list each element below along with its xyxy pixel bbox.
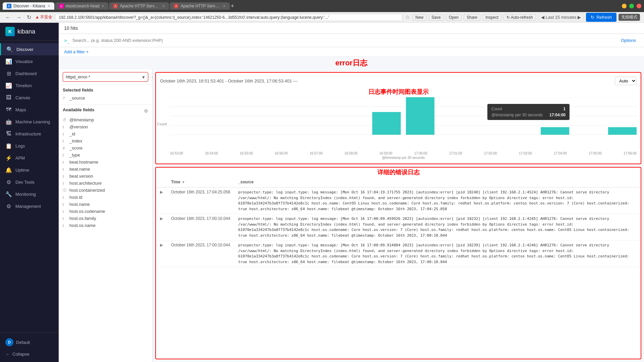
tab-1[interactable]: K Discover - Kibana ✕ <box>3 2 54 10</box>
sidebar-label-discover: Discover <box>16 47 34 52</box>
field-host-containerized[interactable]: ⓘ host.containerized <box>63 187 148 194</box>
reload-button[interactable]: ↻ <box>25 13 33 21</box>
source-cell-3: prospector.type: log input.type: log mes… <box>234 241 641 267</box>
field-host-name[interactable]: t host.name <box>63 201 148 208</box>
auto-refresh-btn[interactable]: ↻ Auto-refresh <box>503 14 536 21</box>
field-id[interactable]: t _id <box>63 130 148 137</box>
new-tab-button[interactable]: + <box>230 2 234 10</box>
sidebar-item-monitoring[interactable]: 🔧 Monitoring <box>0 188 59 200</box>
host-os-name-name: host.os.name <box>69 223 96 228</box>
field-host-os-codename[interactable]: t host.os.codename <box>63 208 148 215</box>
sidebar-item-dashboard[interactable]: ⊞ Dashboard <box>0 67 59 79</box>
win-close[interactable] <box>637 4 641 8</box>
sidebar-item-canvas[interactable]: 🖼 Canvas <box>0 92 59 104</box>
app-container: K kibana 🔍 Discover 📊 Visualize ⊞ Dashbo… <box>0 23 644 362</box>
forward-button[interactable]: → <box>15 14 23 21</box>
host-id-icon: t <box>63 195 67 199</box>
fields-gear-icon[interactable]: ⚙ <box>144 108 148 114</box>
sidebar-item-infrastructure[interactable]: 🏗 Infrastructure <box>0 128 59 140</box>
win-minimize[interactable] <box>622 4 627 8</box>
expand-row-2[interactable]: ▶ <box>160 216 163 221</box>
address-input[interactable] <box>55 14 402 21</box>
sidebar-item-ml[interactable]: 🤖 Machine Learning <box>0 116 59 128</box>
tab-3-favicon: A <box>113 4 118 8</box>
sidebar-item-devtools[interactable]: ⚙ Dev Tools <box>0 176 59 188</box>
tab-3[interactable]: A Apache HTTP Server Test Pag... ✕ <box>109 2 169 10</box>
field-beat-name[interactable]: t beat.name <box>63 166 148 173</box>
sidebar-item-visualize[interactable]: 📊 Visualize <box>0 55 59 67</box>
expand-row-3[interactable]: ▶ <box>160 243 163 247</box>
user-item[interactable]: D Default <box>0 336 59 349</box>
filter-row: Add a filter + <box>59 47 644 57</box>
source-text-2: prospector.type: log input.type: log mes… <box>238 217 629 238</box>
sidebar-item-apm[interactable]: ⚡ APM <box>0 152 59 164</box>
host-os-codename-name: host.os.codename <box>69 209 105 214</box>
win-maximize[interactable] <box>629 4 634 8</box>
save-btn[interactable]: Save <box>429 14 444 21</box>
interval-select[interactable]: Auto <box>615 77 637 85</box>
col-time-header[interactable]: Time ▼ <box>167 177 234 187</box>
selected-fields-section: Selected fields ? _source <box>59 85 152 104</box>
tab-4-close[interactable]: ✕ <box>223 4 226 8</box>
field-beat-hostname[interactable]: t beat.hostname <box>63 159 148 166</box>
selected-field-source[interactable]: ? _source <box>63 95 148 102</box>
new-btn[interactable]: New <box>413 14 427 21</box>
x-label-4: 16:57:00 <box>310 152 323 155</box>
x-label-2: 16:55:00 <box>240 152 253 155</box>
tab-1-close[interactable]: ✕ <box>47 4 50 8</box>
index-selector: httpd_error-* ▼ ‹ <box>59 69 152 85</box>
beat-version-name: beat.version <box>69 174 93 179</box>
tab-3-close[interactable]: ✕ <box>162 4 165 8</box>
field-score[interactable]: # _score <box>63 144 148 152</box>
options-button[interactable]: Options <box>618 37 639 44</box>
tab-2-close[interactable]: ✕ <box>101 4 104 8</box>
tab-4[interactable]: A Apache HTTP Server Test Pag... ✕ <box>170 2 230 10</box>
sidebar-item-uptime[interactable]: 🔔 Uptime <box>0 164 59 176</box>
col-source-header[interactable]: _source <box>234 177 641 187</box>
field-type[interactable]: t _type <box>63 152 148 159</box>
back-button[interactable]: ← <box>4 14 12 21</box>
open-btn[interactable]: Open <box>446 14 462 21</box>
sidebar-label-dashboard: Dashboard <box>15 71 37 76</box>
chart-time-range: October 16th 2023, 16:51:53.401 - Octobe… <box>160 78 298 83</box>
field-index[interactable]: t _index <box>63 137 148 144</box>
sidebar-label-monitoring: Monitoring <box>15 192 36 197</box>
kibana-icon: K <box>5 27 15 36</box>
tab-1-favicon: K <box>7 4 11 8</box>
host-id-name: host.id <box>69 195 82 200</box>
field-timestamp[interactable]: ⏱ @timestamp <box>63 116 148 123</box>
kibana-logo[interactable]: K kibana <box>0 23 59 41</box>
add-filter-button[interactable]: Add a filter + <box>64 48 639 56</box>
timestamp-type-icon: ⏱ <box>63 118 67 122</box>
sidebar-item-logs[interactable]: 📋 Logs <box>0 140 59 152</box>
time-range-btn[interactable]: ◀ Last 15 minutes ▶ <box>538 13 584 21</box>
chart-header: October 16th 2023, 16:51:53.401 - Octobe… <box>160 77 637 85</box>
table-row: ▶ October 16th 2023, 17:00:10.044 prospe… <box>156 241 641 267</box>
index-pattern-select[interactable]: httpd_error-* <box>63 72 148 82</box>
table-scroll[interactable]: Time ▼ _source ▶ Oct <box>156 177 641 359</box>
bookmark-icon[interactable]: ☆ <box>405 14 410 20</box>
search-input[interactable] <box>72 38 615 43</box>
index-type-icon: t <box>63 139 67 143</box>
toggle-sidebar-btn[interactable]: ‹ <box>149 74 153 80</box>
collapse-button[interactable]: ← Collapse <box>0 349 59 359</box>
search-bar: >_ Options <box>59 34 644 47</box>
tab-2[interactable]: e elasticsearch-head ✕ <box>55 2 109 10</box>
field-host-os-name[interactable]: t host.os.name <box>63 222 148 229</box>
share-btn[interactable]: Share <box>464 14 480 21</box>
sidebar-item-management[interactable]: ⚙ Management <box>0 200 59 212</box>
sidebar-item-discover[interactable]: 🔍 Discover <box>0 43 59 55</box>
user-label: Default <box>16 340 30 345</box>
field-host-os-family[interactable]: t host.os.family <box>63 215 148 222</box>
field-host-arch[interactable]: t host.architecture <box>63 180 148 187</box>
field-version[interactable]: t @version <box>63 123 148 130</box>
field-beat-version[interactable]: t beat.version <box>63 173 148 180</box>
time-cell-3: October 16th 2023, 17:00:10.044 <box>167 241 234 267</box>
field-host-id[interactable]: t host.id <box>63 194 148 201</box>
sidebar-item-timelion[interactable]: 📈 Timelion <box>0 79 59 92</box>
inspect-btn[interactable]: Inspect <box>482 14 501 21</box>
refresh-button[interactable]: ↻ Refresh <box>586 13 616 22</box>
source-text-1: prospector.type: log input.type: log mes… <box>238 190 629 211</box>
expand-row-1[interactable]: ▶ <box>160 190 163 194</box>
sidebar-item-maps[interactable]: 🗺 Maps <box>0 104 59 116</box>
